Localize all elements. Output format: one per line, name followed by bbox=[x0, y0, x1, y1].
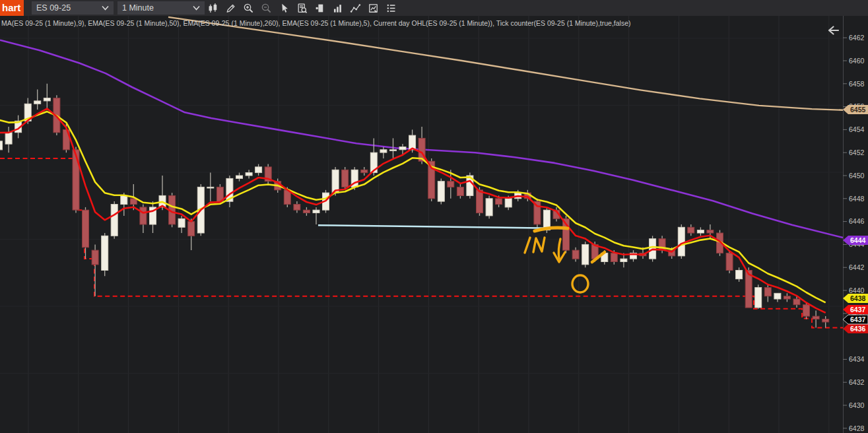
svg-text:6458: 6458 bbox=[849, 80, 865, 88]
chart-style-icon[interactable] bbox=[207, 3, 218, 14]
svg-text:6437: 6437 bbox=[850, 306, 866, 314]
svg-text:6437: 6437 bbox=[850, 316, 866, 323]
chart-trader-icon[interactable] bbox=[314, 3, 325, 14]
line-chart-icon[interactable] bbox=[350, 3, 361, 14]
draw-icon[interactable] bbox=[225, 3, 236, 14]
cursor-icon[interactable] bbox=[279, 3, 290, 14]
instrument-dropdown[interactable]: ES 09-25 bbox=[32, 1, 114, 15]
instrument-dropdown-value: ES 09-25 bbox=[36, 3, 71, 13]
svg-text:6430: 6430 bbox=[849, 401, 865, 409]
svg-text:6446: 6446 bbox=[849, 217, 865, 225]
svg-text:6452: 6452 bbox=[849, 149, 865, 156]
svg-text:6438: 6438 bbox=[850, 294, 866, 302]
svg-text:6434: 6434 bbox=[849, 355, 865, 363]
svg-text:6428: 6428 bbox=[849, 424, 865, 432]
indicators-icon[interactable] bbox=[332, 3, 343, 14]
svg-text:6444: 6444 bbox=[850, 236, 866, 244]
indicator-list-label: MA(ES 09-25 (1 Minute),9), EMA(ES 09-25 … bbox=[1, 19, 631, 27]
zoom-out-icon[interactable] bbox=[261, 3, 272, 14]
svg-text:6448: 6448 bbox=[849, 195, 865, 203]
data-box-icon[interactable] bbox=[296, 3, 308, 14]
interval-dropdown-value: 1 Minute bbox=[122, 3, 154, 13]
svg-text:6462: 6462 bbox=[849, 34, 865, 42]
window-tab-chart[interactable]: hart bbox=[0, 0, 24, 16]
chevron-down-icon bbox=[102, 5, 109, 11]
svg-text:6440: 6440 bbox=[849, 286, 865, 294]
svg-text:6454: 6454 bbox=[849, 125, 865, 133]
properties-icon[interactable] bbox=[385, 3, 397, 14]
chart-window: 6462646064586456645464526450644864466444… bbox=[0, 0, 868, 433]
toolbar: hart ES 09-25 1 Minute bbox=[0, 0, 868, 16]
svg-text:6460: 6460 bbox=[849, 57, 865, 65]
toolbar-icons bbox=[207, 0, 397, 16]
svg-text:6455: 6455 bbox=[850, 106, 866, 114]
svg-text:6442: 6442 bbox=[849, 263, 865, 271]
zoom-in-icon[interactable] bbox=[243, 3, 254, 14]
svg-text:6436: 6436 bbox=[850, 325, 866, 333]
price-axis[interactable]: 6462646064586456645464526450644864466444… bbox=[843, 16, 868, 433]
strategies-icon[interactable] bbox=[368, 3, 379, 14]
svg-text:6432: 6432 bbox=[849, 378, 865, 386]
svg-text:6450: 6450 bbox=[849, 172, 865, 180]
interval-dropdown[interactable]: 1 Minute bbox=[117, 1, 205, 15]
chevron-down-icon bbox=[193, 5, 200, 11]
